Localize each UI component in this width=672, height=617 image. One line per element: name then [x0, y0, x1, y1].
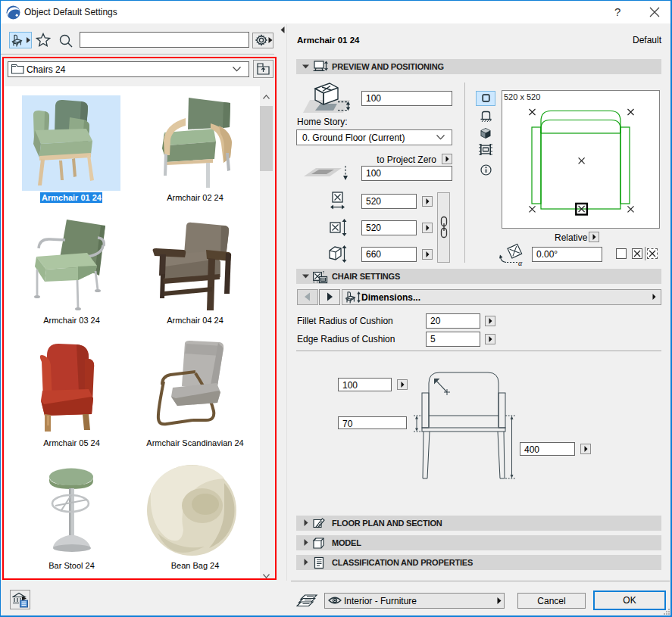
svg-text:α: α: [518, 259, 523, 266]
